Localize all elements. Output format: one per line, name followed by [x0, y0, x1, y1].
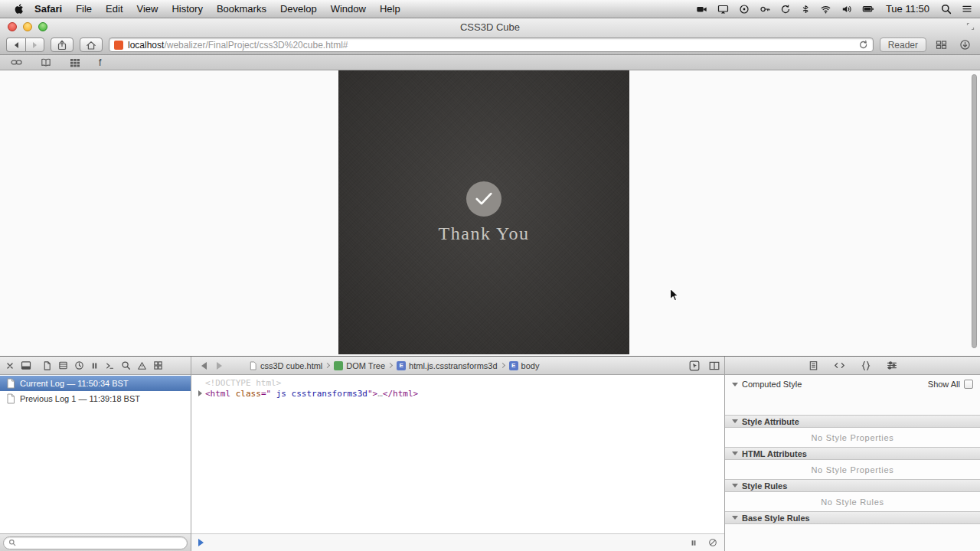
reload-icon[interactable]	[858, 40, 868, 50]
screen-recording-icon[interactable]	[696, 4, 707, 15]
empty-message: No Style Properties	[725, 428, 980, 447]
section-html-attributes[interactable]: HTML Attributes	[725, 447, 980, 460]
menu-help[interactable]: Help	[380, 3, 400, 15]
style-document-icon[interactable]	[808, 360, 818, 371]
airplay-icon[interactable]	[717, 4, 729, 15]
dock-to-bottom-icon[interactable]	[21, 360, 31, 370]
clear-console-icon[interactable]	[708, 538, 717, 547]
layout-icon[interactable]	[153, 360, 163, 370]
computed-style-row[interactable]: Computed Style Show All	[725, 377, 980, 391]
traffic-lights	[8, 22, 47, 31]
inspect-element-icon[interactable]	[689, 360, 700, 371]
dom-tree: <!DOCTYPE html> <html class=" js csstran…	[191, 375, 724, 399]
menu-bar-status-area: Tue 11:50	[696, 3, 972, 15]
issues-icon[interactable]	[137, 361, 147, 370]
spotlight-icon[interactable]	[941, 4, 952, 15]
url-path: /webalizer/FinalProject/css3D%20cube.htm…	[164, 40, 348, 51]
apple-menu-icon[interactable]	[14, 3, 24, 15]
downloads-icon[interactable]	[956, 39, 974, 51]
share-button[interactable]	[51, 37, 74, 52]
volume-icon[interactable]	[841, 4, 852, 15]
section-style-attribute[interactable]: Style Attribute	[725, 415, 980, 428]
sync-icon[interactable]	[780, 4, 791, 15]
disclosure-down-icon[interactable]	[732, 452, 738, 455]
debugger-icon[interactable]	[90, 361, 99, 370]
thank-you-panel: Thank You	[338, 70, 629, 354]
log-label: Previous Log 1 — 11:39:18 BST	[20, 394, 140, 403]
dom-token: ">	[368, 389, 377, 399]
link-icon[interactable]	[11, 57, 22, 67]
menu-history[interactable]: History	[172, 3, 202, 15]
url-text: localhost/webalizer/FinalProject/css3D%2…	[128, 40, 854, 51]
menu-file[interactable]: File	[76, 3, 92, 15]
page-scrollbar[interactable]	[972, 74, 977, 348]
fullscreen-icon[interactable]	[966, 22, 975, 31]
show-all-tabs-icon[interactable]	[933, 40, 950, 50]
reader-button[interactable]: Reader	[880, 37, 926, 52]
keychain-icon[interactable]	[760, 4, 770, 15]
address-bar[interactable]: localhost/webalizer/FinalProject/css3D%2…	[109, 37, 874, 52]
home-button[interactable]	[80, 37, 103, 52]
crumb-back-icon[interactable]	[196, 362, 211, 370]
code-icon[interactable]	[834, 360, 845, 370]
menu-develop[interactable]: Develop	[280, 3, 317, 15]
filter-input[interactable]	[3, 536, 188, 549]
back-button[interactable]	[6, 37, 25, 52]
battery-icon[interactable]	[862, 4, 874, 14]
log-item-previous[interactable]: Previous Log 1 — 11:39:18 BST	[0, 391, 191, 406]
disclosure-down-icon[interactable]	[732, 516, 738, 520]
resources-icon[interactable]	[42, 360, 52, 371]
menu-window[interactable]: Window	[331, 3, 366, 15]
show-all-checkbox[interactable]	[964, 380, 973, 389]
section-base-style-rules[interactable]: Base Style Rules	[725, 511, 980, 524]
app-status-icon[interactable]	[739, 4, 750, 15]
menu-bar: Safari File Edit View History Bookmarks …	[0, 0, 980, 18]
zoom-window-button[interactable]	[38, 22, 47, 31]
notification-center-icon[interactable]	[962, 4, 972, 14]
empty-message: No Style Properties	[725, 460, 980, 479]
computed-style-content	[725, 391, 980, 415]
html-node-line[interactable]: <html class=" js csstransforms3d">…</htm…	[198, 389, 724, 399]
bluetooth-icon[interactable]	[801, 4, 810, 15]
menu-app-name[interactable]: Safari	[34, 3, 62, 15]
crumb-forward-icon[interactable]	[211, 362, 227, 370]
menu-edit[interactable]: Edit	[106, 3, 122, 15]
console-icon[interactable]	[105, 361, 115, 370]
braces-icon[interactable]	[861, 360, 871, 371]
disclosure-triangle-icon[interactable]	[198, 390, 202, 396]
reading-list-icon[interactable]	[41, 57, 51, 67]
close-window-button[interactable]	[8, 22, 17, 31]
split-view-icon[interactable]	[709, 361, 720, 370]
log-item-current[interactable]: Current Log — 11:50:34 BST	[0, 376, 191, 391]
chevron-right-icon	[325, 363, 330, 368]
breadcrumb-html-node[interactable]: E html.js.csstransforms3d	[397, 361, 498, 370]
menu-bar-clock[interactable]: Tue 11:50	[886, 3, 929, 15]
close-inspector-icon[interactable]	[5, 361, 15, 370]
top-sites-icon[interactable]	[70, 58, 80, 67]
metrics-icon[interactable]	[887, 360, 897, 370]
pause-icon[interactable]	[690, 539, 697, 547]
computed-style-label: Computed Style	[742, 380, 802, 389]
disclosure-down-icon[interactable]	[732, 419, 738, 423]
forward-button[interactable]	[25, 37, 44, 52]
style-sidebar-tabs	[724, 357, 980, 374]
menu-view[interactable]: View	[137, 3, 158, 15]
wifi-icon[interactable]	[820, 4, 831, 14]
timelines-icon[interactable]	[74, 360, 84, 370]
section-style-rules[interactable]: Style Rules	[725, 479, 980, 492]
window-title-bar[interactable]: CSS3D Cube	[0, 18, 980, 35]
dom-token: …	[377, 389, 383, 399]
breadcrumb-file[interactable]: css3D cube.html	[248, 361, 322, 370]
storage-icon[interactable]	[58, 360, 68, 370]
disclosure-down-icon[interactable]	[732, 484, 738, 487]
console-prompt-bar[interactable]	[191, 533, 724, 551]
menu-bookmarks[interactable]: Bookmarks	[217, 3, 266, 15]
console-prompt-icon[interactable]	[198, 539, 204, 546]
breadcrumb-body-node[interactable]: E body	[509, 361, 540, 370]
url-host: localhost	[128, 40, 164, 51]
disclosure-down-icon[interactable]	[732, 383, 738, 386]
search-icon[interactable]	[121, 360, 131, 370]
minimize-window-button[interactable]	[23, 22, 32, 31]
bookmark-item-f[interactable]: f	[99, 57, 101, 68]
breadcrumb-dom-tree[interactable]: DOM Tree	[334, 361, 385, 370]
